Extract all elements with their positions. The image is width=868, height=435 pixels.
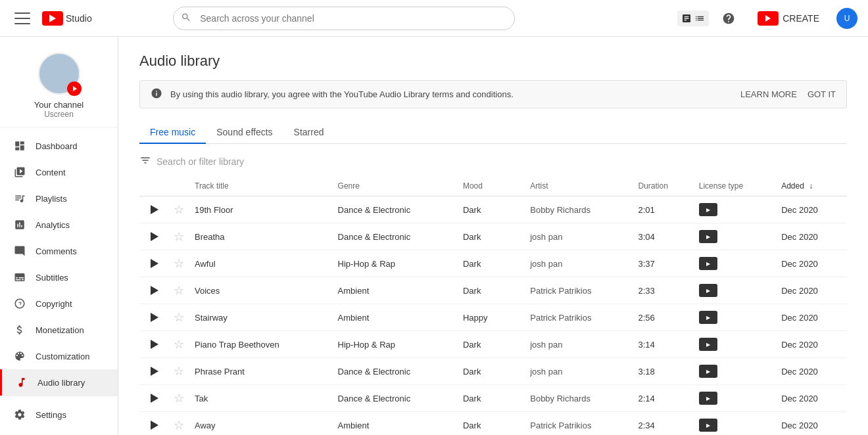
play-triangle-icon [151, 205, 158, 214]
track-genre: Ambient [338, 421, 370, 430]
sidebar-item-settings[interactable]: Settings [0, 401, 118, 428]
sidebar-item-subtitles[interactable]: Subtitles [0, 264, 118, 290]
help-button[interactable] [717, 7, 740, 30]
tab-sound-effects[interactable]: Sound effects [206, 122, 283, 144]
license-icon [699, 392, 717, 405]
sidebar-item-analytics[interactable]: Analytics [0, 212, 118, 238]
create-video-icon [758, 11, 779, 26]
star-button[interactable]: ☆ [174, 418, 184, 432]
license-icon [699, 230, 717, 243]
table-row: ☆ Voices Ambient Dark Patrick Patrikios … [139, 277, 847, 304]
license-icon [699, 284, 717, 297]
col-license-type: License type [694, 176, 776, 196]
filter-icon [139, 154, 151, 168]
track-added-date: Dec 2020 [781, 421, 818, 430]
tab-starred[interactable]: Starred [283, 122, 335, 144]
sidebar-item-send-feedback[interactable]: Send feedback [0, 428, 118, 435]
track-mood: Dark [463, 259, 481, 269]
sidebar-item-label: Customization [36, 352, 89, 361]
info-banner: By using this audio library, you agree w… [139, 80, 847, 108]
table-row: ☆ 19th Floor Dance & Electronic Dark Bob… [139, 196, 847, 223]
play-button[interactable] [145, 281, 163, 300]
track-mood: Dark [463, 286, 481, 296]
learn-more-link[interactable]: LEARN MORE [740, 89, 797, 99]
track-duration: 2:56 [638, 313, 654, 323]
banner-actions: LEARN MORE GOT IT [740, 89, 836, 99]
sidebar-item-label: Analytics [36, 220, 70, 230]
play-button[interactable] [145, 335, 163, 354]
sidebar-item-comments[interactable]: Comments [0, 238, 118, 264]
star-button[interactable]: ☆ [174, 364, 184, 378]
col-genre: Genre [333, 176, 458, 196]
channel-name: Your channel [34, 100, 84, 110]
channel-play-icon [67, 81, 82, 96]
play-button[interactable] [145, 254, 163, 273]
license-icon [699, 257, 717, 270]
track-artist: josh pan [530, 232, 562, 242]
sidebar-item-copyright[interactable]: Copyright [0, 290, 118, 317]
create-button[interactable]: CREATE [748, 7, 829, 30]
main-content: Audio library By using this audio librar… [118, 37, 868, 435]
page-title: Audio library [139, 53, 847, 70]
sidebar-item-label: Copyright [36, 299, 72, 309]
search-input[interactable] [173, 7, 515, 30]
track-mood: Dark [463, 340, 481, 350]
star-button[interactable]: ☆ [174, 337, 184, 352]
play-button[interactable] [145, 227, 163, 246]
search-bar [173, 7, 515, 30]
play-button[interactable] [145, 362, 163, 380]
star-button[interactable]: ☆ [174, 391, 184, 405]
col-play [139, 176, 168, 196]
track-artist: Bobby Richards [530, 205, 591, 215]
star-button[interactable]: ☆ [174, 283, 184, 298]
youtube-logo-icon [42, 11, 63, 26]
play-button[interactable] [145, 200, 163, 219]
star-button[interactable]: ☆ [174, 310, 184, 325]
play-triangle-icon [151, 367, 158, 376]
filter-input[interactable] [157, 156, 847, 167]
sidebar-item-customization[interactable]: Customization [0, 343, 118, 369]
track-genre: Hip-Hop & Rap [338, 259, 395, 269]
track-genre: Dance & Electronic [338, 205, 411, 215]
got-it-link[interactable]: GOT IT [808, 89, 836, 99]
table-row: ☆ Phrase Prant Dance & Electronic Dark j… [139, 358, 847, 385]
analytics-icon-box[interactable] [677, 11, 709, 26]
hamburger-icon [14, 11, 30, 26]
play-triangle-icon [151, 286, 158, 295]
play-button[interactable] [145, 416, 163, 434]
sidebar-item-dashboard[interactable]: Dashboard [0, 133, 118, 159]
settings-icon [13, 408, 26, 421]
play-button[interactable] [145, 389, 163, 407]
customization-icon [13, 350, 26, 363]
star-button[interactable]: ☆ [174, 229, 184, 244]
track-list: ☆ 19th Floor Dance & Electronic Dark Bob… [139, 196, 847, 436]
star-button[interactable]: ☆ [174, 256, 184, 271]
play-triangle-icon [151, 421, 158, 430]
sidebar-item-monetization[interactable]: Monetization [0, 317, 118, 343]
track-duration: 2:34 [638, 421, 654, 430]
info-icon [151, 87, 162, 101]
track-mood: Dark [463, 421, 481, 430]
col-added[interactable]: Added ↓ [776, 176, 847, 196]
star-button[interactable]: ☆ [174, 202, 184, 217]
hamburger-menu-button[interactable] [11, 7, 34, 30]
user-avatar-button[interactable]: U [836, 8, 857, 29]
youtube-studio-logo[interactable]: Studio [42, 11, 92, 26]
sidebar-item-content[interactable]: Content [0, 159, 118, 185]
sidebar-item-playlists[interactable]: Playlists [0, 185, 118, 212]
license-icon [699, 419, 717, 432]
table-row: ☆ Away Ambient Dark Patrick Patrikios 2:… [139, 412, 847, 436]
track-table: Track title Genre Mood Artist Duration L… [139, 176, 847, 435]
table-row: ☆ Breatha Dance & Electronic Dark josh p… [139, 223, 847, 250]
top-navigation: Studio CREATE U [0, 0, 868, 37]
tab-free-music[interactable]: Free music [139, 122, 206, 144]
sidebar-item-label: Audio library [37, 378, 85, 388]
license-icon [699, 338, 717, 351]
playlists-icon [13, 192, 26, 205]
col-track-title: Track title [189, 176, 333, 196]
play-button[interactable] [145, 308, 163, 327]
table-row: ☆ Stairway Ambient Happy Patrick Patriki… [139, 304, 847, 331]
track-title: Voices [195, 286, 220, 296]
track-added-date: Dec 2020 [781, 205, 818, 215]
sidebar-item-audio-library[interactable]: Audio library [0, 369, 118, 396]
